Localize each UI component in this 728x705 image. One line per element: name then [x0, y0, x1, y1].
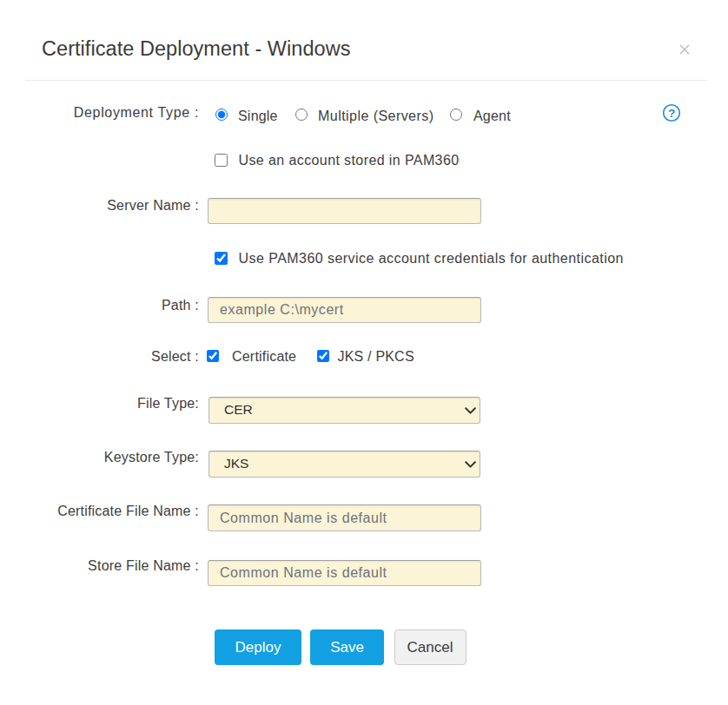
- svg-text:?: ?: [668, 107, 675, 120]
